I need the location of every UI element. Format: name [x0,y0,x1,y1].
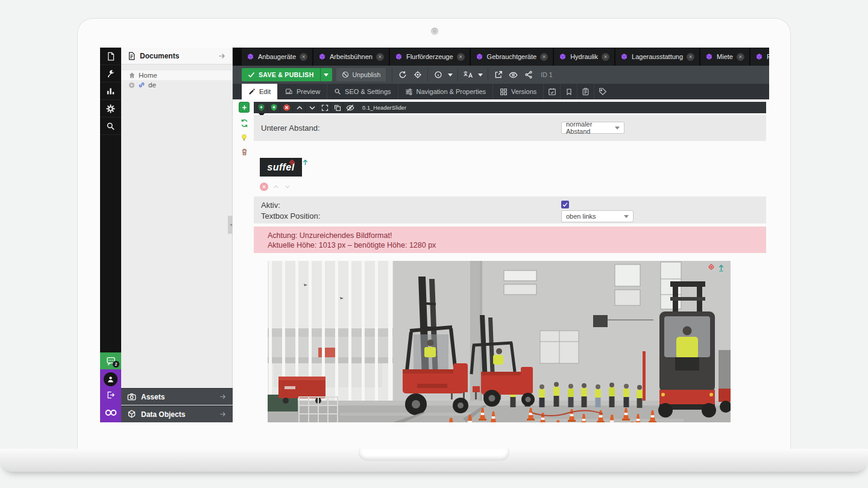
doc-tab-flurfoerderzeuge[interactable]: Flurförderzeuge ✕ [390,48,470,66]
textbox-position-select[interactable]: oben links [561,210,634,222]
slide-down-button[interactable] [284,184,291,190]
add-block-below-button[interactable] [268,102,280,113]
move-down-button[interactable] [306,102,318,113]
tools-rail-icon[interactable] [100,65,121,83]
tab-edit[interactable]: Edit [242,84,278,99]
tab-seo-settings[interactable]: SEO & Settings [327,84,398,99]
close-icon[interactable]: ✕ [376,53,384,61]
doc-tab-anbaugeraete[interactable]: Anbaugeräte ✕ [242,48,312,66]
open-in-new-button[interactable] [491,68,506,81]
tab-label: Flurförderzeuge [406,53,453,60]
tab-schedule[interactable] [544,84,561,99]
close-icon[interactable]: ✕ [687,53,694,61]
reports-rail-icon[interactable] [100,83,121,100]
brand-logo-block[interactable]: suffel [260,158,302,177]
documents-rail-icon[interactable] [100,48,121,65]
translate-button[interactable] [461,68,476,81]
edit-canvas: 0.1_HeaderSlider Unterer Abstand: normal… [233,99,769,422]
copy-block-button[interactable] [332,102,344,113]
tab-label: Navigation & Properties [417,88,486,95]
tab-tags[interactable] [594,84,611,99]
info-dropdown-caret[interactable] [445,68,455,81]
remove-slide-button[interactable] [260,183,268,191]
image-target-icon[interactable] [708,263,715,272]
doc-tab-miete[interactable]: Miete ✕ [700,48,749,66]
doc-tab-reinigungsmaschinen[interactable]: Reinigungsmaschinen ✕ [750,48,769,66]
close-icon[interactable]: ✕ [602,53,609,61]
x-circle-icon [283,104,291,111]
tab-navigation-properties[interactable]: Navigation & Properties [398,84,494,99]
add-block-above-button[interactable] [256,102,268,113]
tab-preview[interactable]: Preview [278,84,327,99]
slide-up-button[interactable] [272,184,280,190]
hide-block-button[interactable] [344,102,356,113]
tree-item-de[interactable]: de [121,80,232,90]
search-icon [334,88,341,95]
arrow-right-icon[interactable] [218,52,226,60]
notifications-button[interactable]: 2 [100,352,121,369]
pencil-icon [248,88,256,95]
document-tabstrip: Anbaugeräte ✕ Arbeitsbühnen ✕ Flurförder… [233,48,769,66]
save-publish-button[interactable]: SAVE & PUBLISH [242,68,332,81]
tab-versions[interactable]: Versions [493,84,544,99]
spacing-select[interactable]: normaler Abstand [561,122,624,134]
device-preview-icon [285,88,293,95]
slide-controls-row [260,183,291,191]
locate-in-tree-button[interactable] [410,68,425,81]
delete-block-button[interactable] [239,146,250,157]
close-icon[interactable]: ✕ [457,53,465,61]
header-slider-image[interactable] [268,261,731,422]
shield-plus-icon [257,104,265,111]
doc-tab-hydraulik[interactable]: Hydraulik ✕ [554,48,614,66]
logout-button[interactable] [100,386,121,404]
save-dropdown-caret[interactable] [320,68,332,81]
remove-block-button[interactable] [281,102,293,113]
pimcore-logo-button[interactable] [100,404,121,421]
info-button[interactable] [430,68,445,81]
doc-tab-arbeitsbuehnen[interactable]: Arbeitsbühnen ✕ [313,48,389,66]
preview-eye-button[interactable] [506,68,521,81]
cube-purple-icon [620,53,628,61]
search-rail-icon[interactable] [100,117,121,135]
expand-icon [321,104,329,111]
close-icon[interactable]: ✕ [300,53,307,61]
close-icon[interactable]: ✕ [540,53,548,61]
arrow-right-icon [219,393,227,401]
upload-arrow-icon[interactable] [718,263,725,272]
data-objects-panel-header[interactable]: Data Objects [121,405,233,422]
gear-icon [106,104,115,113]
documents-panel-header[interactable]: Documents [121,48,232,64]
expand-plus-icon[interactable] [128,82,135,89]
webcam-dot [431,28,438,35]
hint-button[interactable] [239,132,250,143]
recycle-refresh-button[interactable] [239,117,250,128]
expand-block-button[interactable] [319,102,331,113]
unpublish-button[interactable]: Unpublish [336,68,386,81]
save-publish-label: SAVE & PUBLISH [259,71,314,78]
doc-tab-lagerausstattung[interactable]: Lagerausstattung ✕ [615,48,699,66]
close-icon[interactable]: ✕ [737,53,744,61]
laptop-screen-housing: 2 [77,18,791,449]
chevron-down-icon [624,215,629,218]
unpublish-label: Unpublish [353,71,381,78]
reload-button[interactable] [395,68,410,81]
laptop-mockup: 2 [0,0,868,488]
doc-tab-gebrauchtgeraete[interactable]: Gebrauchtgeräte ✕ [471,48,553,66]
move-up-button[interactable] [294,102,306,113]
tab-label: Reinigungsmaschinen [767,53,769,60]
add-block-button[interactable] [239,102,250,113]
documents-panel: Documents Home de [121,48,233,422]
aktiv-checkbox[interactable] [561,201,569,208]
textbox-position-label: Textbox Position: [261,211,320,221]
upload-arrow-icon[interactable] [302,158,309,166]
spacing-field-label: Unterer Abstand: [261,124,320,133]
tree-item-home[interactable]: Home [121,70,232,80]
settings-rail-icon[interactable] [100,100,121,117]
user-avatar[interactable] [104,372,118,386]
assets-panel-header[interactable]: Assets [121,388,233,405]
image-target-icon[interactable] [289,159,295,166]
share-button[interactable] [521,68,536,81]
tab-bookmark[interactable] [561,84,577,99]
tab-notes[interactable] [577,84,594,99]
translate-dropdown-caret[interactable] [476,68,485,81]
